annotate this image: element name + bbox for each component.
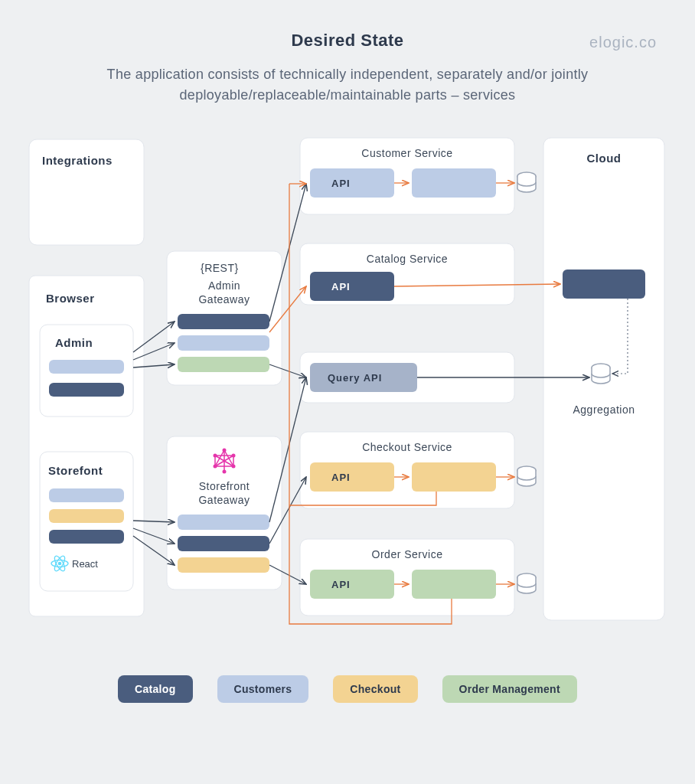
legend-checkout: Checkout xyxy=(333,675,417,703)
react-label: React xyxy=(72,558,98,570)
db-icon-aggregation xyxy=(592,364,610,384)
svg-point-7 xyxy=(223,470,227,474)
svg-point-5 xyxy=(232,454,236,458)
svg-point-4 xyxy=(223,449,227,452)
cloud-label: Cloud xyxy=(587,152,622,165)
checkout-api-block xyxy=(310,462,394,492)
legend-order: Order Management xyxy=(442,675,577,703)
customer-api-label: API xyxy=(331,178,351,189)
legend: Catalog Customers Checkout Order Managem… xyxy=(0,675,695,703)
admin-label: Admin xyxy=(55,336,93,349)
rest-label: {REST} xyxy=(201,262,239,274)
storefront-bar-catalog xyxy=(49,530,124,544)
customer-api-block xyxy=(310,168,394,198)
admin-gateway-label-1: Admin xyxy=(208,279,240,292)
storefront-gateway-label-2: Gateaway xyxy=(198,494,250,506)
diagram-canvas: Integrations Browser Admin Storefont Rea… xyxy=(0,122,695,689)
legend-catalog: Catalog xyxy=(118,675,192,703)
svg-point-9 xyxy=(214,454,217,458)
brand-label: elogic.co xyxy=(589,34,657,51)
order-logic-block xyxy=(412,570,496,599)
admin-gw-bar-order xyxy=(178,357,269,372)
storefront-bar-checkout xyxy=(49,509,124,523)
legend-customers: Customers xyxy=(217,675,309,703)
checkout-service-title: Checkout Service xyxy=(362,441,452,453)
order-api-label: API xyxy=(331,579,351,590)
order-api-block xyxy=(310,570,394,599)
order-service-title: Order Service xyxy=(372,548,443,560)
admin-gw-bar-customers xyxy=(178,335,269,351)
catalog-api-block xyxy=(310,272,394,301)
storefront-gateway-label-1: Storefront xyxy=(199,480,250,492)
admin-bar-catalog xyxy=(49,383,124,397)
customer-service-title: Customer Service xyxy=(361,147,452,159)
admin-gateway-label-2: Gateaway xyxy=(198,293,250,305)
admin-bar-customers xyxy=(49,360,124,374)
admin-gw-bar-catalog xyxy=(178,314,269,329)
sf-gw-bar-checkout xyxy=(178,557,269,573)
checkout-logic-block xyxy=(412,462,496,492)
db-icon-order xyxy=(517,573,536,593)
browser-label: Browser xyxy=(46,292,95,305)
diagram-subtitle: The application consists of technically … xyxy=(46,64,649,106)
sf-gw-bar-customers xyxy=(178,514,269,530)
aggregation-label: Aggregation xyxy=(573,403,635,416)
storefront-label: Storefont xyxy=(48,464,103,477)
svg-point-6 xyxy=(232,465,236,469)
svg-point-8 xyxy=(214,465,217,469)
cloud-catalog-block xyxy=(563,270,645,299)
query-api-label: Query API xyxy=(328,372,382,384)
customer-logic-block xyxy=(412,168,496,198)
catalog-service-title: Catalog Service xyxy=(367,253,448,265)
checkout-api-label: API xyxy=(331,472,351,483)
db-icon-checkout xyxy=(517,466,536,486)
storefront-bar-customers xyxy=(49,488,124,502)
db-icon-customer xyxy=(517,172,536,192)
sf-gw-bar-catalog xyxy=(178,536,269,551)
svg-point-0 xyxy=(58,562,62,566)
catalog-api-label: API xyxy=(331,281,351,292)
integrations-label: Integrations xyxy=(42,154,113,167)
